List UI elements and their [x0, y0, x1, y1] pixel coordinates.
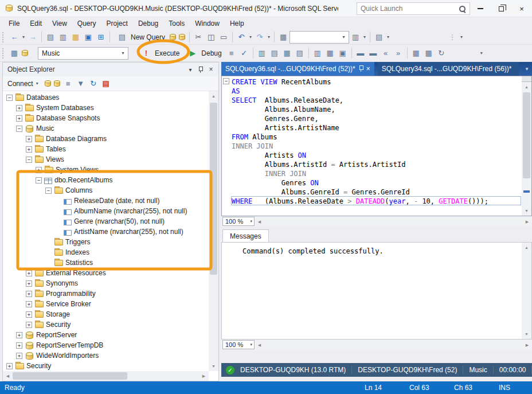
menu-window[interactable]: Window — [190, 17, 225, 30]
close-icon[interactable]: × — [366, 65, 370, 73]
new-document-icon[interactable]: ▥ — [57, 31, 69, 44]
tree-item-indexes[interactable]: Indexes — [3, 247, 209, 258]
new-query-button[interactable]: ▤ New Query — [112, 30, 169, 44]
menu-edit[interactable]: Edit — [25, 17, 47, 30]
tab-messages[interactable]: Messages — [222, 229, 269, 242]
expand-icon[interactable]: + — [6, 363, 13, 369]
tree-item-programmability[interactable]: +Programmability — [3, 288, 209, 299]
tree-item-service-broker[interactable]: +Service Broker — [3, 299, 209, 309]
database-script-icon[interactable] — [178, 33, 187, 42]
comment-icon[interactable]: ▬ — [354, 47, 367, 60]
collapse-icon[interactable]: − — [36, 177, 42, 184]
connect-dropdown-icon[interactable]: ▾ — [34, 77, 40, 90]
tab-sqlquery36[interactable]: SQLQuery36.sql -...GUQD9KH\Fred (52))* × — [221, 62, 374, 76]
scroll-down-icon[interactable]: ▼ — [209, 361, 218, 371]
script-icon[interactable]: ▤ — [100, 77, 112, 90]
scroll-down-icon[interactable]: ▼ — [522, 329, 531, 339]
code-line[interactable]: Genres.Genre, — [232, 114, 521, 123]
scroll-up-icon[interactable]: ▲ — [522, 82, 531, 92]
tree-item-artistname-nvarchar-255-not-null[interactable]: ArtistName (nvarchar(255), not null) — [3, 227, 209, 237]
query-designer-icon[interactable]: ▦ — [281, 47, 294, 60]
tree-item-security[interactable]: +Security — [3, 319, 209, 330]
tree-item-wideworldimporters[interactable]: +WideWorldImporters — [3, 350, 209, 361]
tree-item-database-diagrams[interactable]: +Database Diagrams — [3, 134, 209, 144]
code-line[interactable]: AS — [232, 87, 521, 96]
tree-item-reportserver[interactable]: +ReportServer — [3, 330, 209, 340]
collapse-icon[interactable]: − — [6, 95, 13, 101]
code-line[interactable]: CREATE VIEW RecentAlbums — [232, 77, 521, 87]
object-explorer-header[interactable]: Object Explorer ▾ × — [3, 63, 218, 76]
menu-view[interactable]: View — [47, 17, 72, 30]
debug-button[interactable]: ▶ Debug — [183, 46, 225, 60]
expand-icon[interactable]: + — [16, 342, 22, 349]
menu-project[interactable]: Project — [101, 17, 133, 30]
messages-panel[interactable]: Command(s) completed successfully. ▲ ▼ — [221, 242, 532, 340]
scroll-down-icon[interactable]: ▼ — [522, 206, 531, 216]
results-to-file-icon[interactable]: ▣ — [337, 47, 349, 60]
tree-item-databases[interactable]: −Databases — [3, 92, 209, 103]
refresh-icon[interactable]: ↻ — [87, 77, 100, 90]
tree-item-triggers[interactable]: Triggers — [3, 237, 209, 247]
editor-vscrollbar[interactable]: ▲ ▼ — [522, 82, 531, 216]
query-options-icon[interactable]: ▤ — [294, 47, 306, 60]
object-explorer-hscrollbar[interactable]: ◀ ▶ — [3, 371, 209, 381]
tree-item-genre-nvarchar-50-not-null[interactable]: Genre (nvarchar(50), not null) — [3, 216, 209, 227]
intellisense-icon[interactable]: ▥ — [256, 47, 268, 60]
parse-check-icon[interactable]: ✓ — [238, 47, 251, 60]
scrollbar-thumb[interactable] — [523, 92, 530, 178]
restore-button[interactable] — [491, 0, 511, 17]
expand-icon[interactable]: + — [16, 332, 22, 338]
scrollbar-thumb[interactable] — [210, 103, 217, 275]
expand-icon[interactable]: + — [36, 167, 42, 173]
collapse-icon[interactable]: − — [16, 126, 22, 132]
tree-item-storage[interactable]: +Storage — [3, 309, 209, 319]
indent-icon[interactable]: » — [392, 47, 405, 60]
tree-item-views[interactable]: −Views — [3, 154, 209, 165]
tree-item-dbo-recentalbums[interactable]: −dbo.RecentAlbums — [3, 175, 209, 185]
connect-button[interactable]: Connect — [7, 80, 33, 88]
pin-icon[interactable] — [195, 64, 206, 75]
code-line[interactable]: FROM Albums — [232, 132, 521, 142]
scroll-right-icon[interactable]: ▶ — [522, 217, 532, 227]
document-list-icon[interactable]: ▾ — [522, 62, 532, 76]
close-button[interactable]: × — [511, 0, 532, 17]
navigate-back-icon[interactable]: ← — [8, 31, 21, 44]
change-connection-icon[interactable] — [21, 49, 30, 58]
results-to-text-icon[interactable]: ▥ — [311, 47, 324, 60]
tree-item-columns[interactable]: −Columns — [3, 185, 209, 196]
scroll-right-icon[interactable]: ▶ — [199, 371, 209, 381]
toolbar-grip[interactable] — [2, 32, 5, 42]
execute-button[interactable]: ! Execute — [136, 46, 183, 60]
collapse-icon[interactable]: − — [45, 188, 52, 194]
editor-zoom-combo[interactable]: 100 % ▾ — [222, 217, 255, 226]
expand-icon[interactable]: + — [26, 301, 32, 307]
live-query-stats-icon[interactable]: ↻ — [435, 47, 448, 60]
specify-template-icon[interactable]: ▤ — [268, 47, 281, 60]
code-line[interactable]: Artists ON — [232, 151, 521, 160]
pin-icon[interactable] — [359, 65, 364, 73]
tree-item-synonyms[interactable]: +Synonyms — [3, 278, 209, 288]
expand-icon[interactable]: + — [26, 291, 32, 297]
database-deploy-icon[interactable] — [169, 33, 178, 42]
outdent-icon[interactable]: « — [380, 47, 392, 60]
expand-icon[interactable]: + — [26, 311, 32, 318]
undo-dropdown-icon[interactable]: ▾ — [248, 31, 253, 44]
tree-item-security[interactable]: +Security — [3, 361, 209, 371]
tree-item-tables[interactable]: +Tables — [3, 144, 209, 154]
tree-item-albumname-nvarchar-255-not-null[interactable]: AlbumName (nvarchar(255), not null) — [3, 206, 209, 216]
redo-dropdown-icon[interactable]: ▾ — [266, 31, 272, 44]
save-all-icon[interactable]: ⊞ — [95, 31, 107, 44]
close-icon[interactable]: × — [206, 64, 216, 75]
disconnect-icon[interactable] — [44, 79, 53, 88]
object-explorer-vscrollbar[interactable]: ▲ ▼ — [209, 91, 218, 371]
messages-zoom-combo[interactable]: 100 % ▾ — [222, 340, 255, 349]
scroll-left-icon[interactable]: ◀ — [3, 371, 13, 381]
code-line[interactable]: Genres ON — [232, 178, 521, 188]
tree-item-reportservertempdb[interactable]: +ReportServerTempDB — [3, 340, 209, 350]
code-line[interactable]: Albums.GenreId = Genres.GenreId — [232, 188, 521, 197]
tree-item-database-snapshots[interactable]: +Database Snapshots — [3, 113, 209, 123]
toolbar-overflow-icon[interactable]: ⋮ — [446, 31, 459, 44]
tree-item-statistics[interactable]: Statistics — [3, 258, 209, 268]
tab-sqlquery34[interactable]: SQLQuery34.sql -...GUQD9KH\Fred (56))* — [378, 62, 519, 76]
scrollbar-thumb[interactable] — [13, 372, 127, 380]
